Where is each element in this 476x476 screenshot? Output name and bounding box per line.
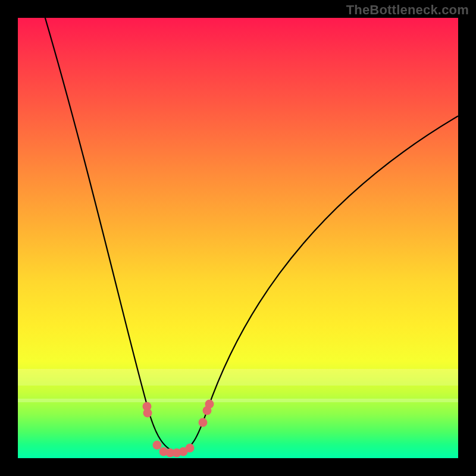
watermark-text: TheBottleneck.com <box>346 2 469 18</box>
bottleneck-curve <box>42 18 458 452</box>
data-point <box>153 441 162 450</box>
data-point <box>205 400 214 409</box>
data-point <box>199 418 208 427</box>
outer-frame: TheBottleneck.com <box>0 0 476 476</box>
data-point <box>143 409 152 418</box>
plot-area <box>18 18 458 458</box>
chart-svg <box>18 18 458 458</box>
data-points <box>143 400 214 458</box>
data-point <box>186 444 195 453</box>
